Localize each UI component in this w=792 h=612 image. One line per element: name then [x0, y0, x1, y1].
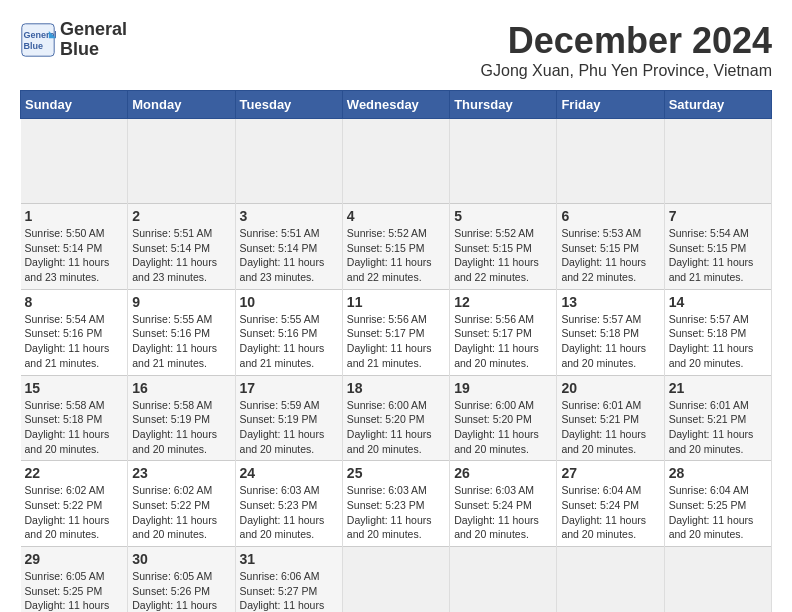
- day-number: 29: [25, 551, 124, 567]
- day-info: Sunrise: 6:06 AMSunset: 5:27 PMDaylight:…: [240, 569, 338, 612]
- day-number: 3: [240, 208, 338, 224]
- day-info: Sunrise: 6:03 AMSunset: 5:23 PMDaylight:…: [240, 483, 338, 542]
- day-number: 17: [240, 380, 338, 396]
- day-cell: [21, 119, 128, 204]
- day-number: 9: [132, 294, 230, 310]
- day-info: Sunrise: 5:58 AMSunset: 5:19 PMDaylight:…: [132, 398, 230, 457]
- day-cell: [342, 119, 449, 204]
- week-row-4: 22Sunrise: 6:02 AMSunset: 5:22 PMDayligh…: [21, 461, 772, 547]
- day-number: 23: [132, 465, 230, 481]
- day-cell: 5Sunrise: 5:52 AMSunset: 5:15 PMDaylight…: [450, 204, 557, 290]
- day-cell: 11Sunrise: 5:56 AMSunset: 5:17 PMDayligh…: [342, 289, 449, 375]
- day-info: Sunrise: 6:04 AMSunset: 5:25 PMDaylight:…: [669, 483, 767, 542]
- day-info: Sunrise: 5:57 AMSunset: 5:18 PMDaylight:…: [561, 312, 659, 371]
- logo-text: General Blue: [60, 20, 127, 60]
- day-number: 16: [132, 380, 230, 396]
- day-cell: 26Sunrise: 6:03 AMSunset: 5:24 PMDayligh…: [450, 461, 557, 547]
- day-info: Sunrise: 5:53 AMSunset: 5:15 PMDaylight:…: [561, 226, 659, 285]
- day-cell: 2Sunrise: 5:51 AMSunset: 5:14 PMDaylight…: [128, 204, 235, 290]
- day-cell: [128, 119, 235, 204]
- day-cell: 18Sunrise: 6:00 AMSunset: 5:20 PMDayligh…: [342, 375, 449, 461]
- day-info: Sunrise: 6:01 AMSunset: 5:21 PMDaylight:…: [669, 398, 767, 457]
- day-info: Sunrise: 5:54 AMSunset: 5:16 PMDaylight:…: [25, 312, 124, 371]
- calendar-table: SundayMondayTuesdayWednesdayThursdayFrid…: [20, 90, 772, 612]
- week-row-3: 15Sunrise: 5:58 AMSunset: 5:18 PMDayligh…: [21, 375, 772, 461]
- day-cell: 22Sunrise: 6:02 AMSunset: 5:22 PMDayligh…: [21, 461, 128, 547]
- day-number: 11: [347, 294, 445, 310]
- day-cell: 21Sunrise: 6:01 AMSunset: 5:21 PMDayligh…: [664, 375, 771, 461]
- day-info: Sunrise: 6:04 AMSunset: 5:24 PMDaylight:…: [561, 483, 659, 542]
- day-info: Sunrise: 5:51 AMSunset: 5:14 PMDaylight:…: [132, 226, 230, 285]
- day-header-tuesday: Tuesday: [235, 91, 342, 119]
- day-cell: 1Sunrise: 5:50 AMSunset: 5:14 PMDaylight…: [21, 204, 128, 290]
- day-cell: 13Sunrise: 5:57 AMSunset: 5:18 PMDayligh…: [557, 289, 664, 375]
- day-header-saturday: Saturday: [664, 91, 771, 119]
- day-info: Sunrise: 5:59 AMSunset: 5:19 PMDaylight:…: [240, 398, 338, 457]
- day-info: Sunrise: 6:05 AMSunset: 5:26 PMDaylight:…: [132, 569, 230, 612]
- title-section: December 2024 GJong Xuan, Phu Yen Provin…: [481, 20, 772, 80]
- day-number: 1: [25, 208, 124, 224]
- day-info: Sunrise: 5:50 AMSunset: 5:14 PMDaylight:…: [25, 226, 124, 285]
- day-cell: 7Sunrise: 5:54 AMSunset: 5:15 PMDaylight…: [664, 204, 771, 290]
- day-number: 2: [132, 208, 230, 224]
- day-cell: 6Sunrise: 5:53 AMSunset: 5:15 PMDaylight…: [557, 204, 664, 290]
- day-info: Sunrise: 6:03 AMSunset: 5:24 PMDaylight:…: [454, 483, 552, 542]
- day-cell: [664, 547, 771, 613]
- day-cell: [557, 547, 664, 613]
- day-cell: 8Sunrise: 5:54 AMSunset: 5:16 PMDaylight…: [21, 289, 128, 375]
- day-number: 7: [669, 208, 767, 224]
- day-cell: 25Sunrise: 6:03 AMSunset: 5:23 PMDayligh…: [342, 461, 449, 547]
- day-info: Sunrise: 5:52 AMSunset: 5:15 PMDaylight:…: [347, 226, 445, 285]
- day-cell: 24Sunrise: 6:03 AMSunset: 5:23 PMDayligh…: [235, 461, 342, 547]
- day-number: 13: [561, 294, 659, 310]
- location-title: GJong Xuan, Phu Yen Province, Vietnam: [481, 62, 772, 80]
- day-number: 15: [25, 380, 124, 396]
- day-info: Sunrise: 5:54 AMSunset: 5:15 PMDaylight:…: [669, 226, 767, 285]
- days-header-row: SundayMondayTuesdayWednesdayThursdayFrid…: [21, 91, 772, 119]
- day-cell: [450, 119, 557, 204]
- month-title: December 2024: [481, 20, 772, 62]
- week-row-2: 8Sunrise: 5:54 AMSunset: 5:16 PMDaylight…: [21, 289, 772, 375]
- day-number: 12: [454, 294, 552, 310]
- day-info: Sunrise: 6:02 AMSunset: 5:22 PMDaylight:…: [25, 483, 124, 542]
- day-cell: 14Sunrise: 5:57 AMSunset: 5:18 PMDayligh…: [664, 289, 771, 375]
- day-cell: 16Sunrise: 5:58 AMSunset: 5:19 PMDayligh…: [128, 375, 235, 461]
- day-cell: 28Sunrise: 6:04 AMSunset: 5:25 PMDayligh…: [664, 461, 771, 547]
- day-number: 27: [561, 465, 659, 481]
- day-info: Sunrise: 5:58 AMSunset: 5:18 PMDaylight:…: [25, 398, 124, 457]
- day-info: Sunrise: 6:00 AMSunset: 5:20 PMDaylight:…: [454, 398, 552, 457]
- day-info: Sunrise: 5:56 AMSunset: 5:17 PMDaylight:…: [454, 312, 552, 371]
- day-info: Sunrise: 6:03 AMSunset: 5:23 PMDaylight:…: [347, 483, 445, 542]
- day-info: Sunrise: 6:05 AMSunset: 5:25 PMDaylight:…: [25, 569, 124, 612]
- day-info: Sunrise: 5:55 AMSunset: 5:16 PMDaylight:…: [132, 312, 230, 371]
- day-cell: 12Sunrise: 5:56 AMSunset: 5:17 PMDayligh…: [450, 289, 557, 375]
- logo: General Blue General Blue: [20, 20, 127, 60]
- day-cell: 20Sunrise: 6:01 AMSunset: 5:21 PMDayligh…: [557, 375, 664, 461]
- day-number: 8: [25, 294, 124, 310]
- day-header-sunday: Sunday: [21, 91, 128, 119]
- day-cell: [557, 119, 664, 204]
- day-cell: 4Sunrise: 5:52 AMSunset: 5:15 PMDaylight…: [342, 204, 449, 290]
- day-number: 31: [240, 551, 338, 567]
- day-cell: 27Sunrise: 6:04 AMSunset: 5:24 PMDayligh…: [557, 461, 664, 547]
- day-cell: 17Sunrise: 5:59 AMSunset: 5:19 PMDayligh…: [235, 375, 342, 461]
- day-number: 19: [454, 380, 552, 396]
- day-number: 26: [454, 465, 552, 481]
- day-cell: 3Sunrise: 5:51 AMSunset: 5:14 PMDaylight…: [235, 204, 342, 290]
- day-number: 4: [347, 208, 445, 224]
- day-number: 21: [669, 380, 767, 396]
- day-number: 14: [669, 294, 767, 310]
- day-header-wednesday: Wednesday: [342, 91, 449, 119]
- day-cell: [450, 547, 557, 613]
- day-cell: [342, 547, 449, 613]
- day-header-friday: Friday: [557, 91, 664, 119]
- svg-text:Blue: Blue: [24, 41, 44, 51]
- day-header-monday: Monday: [128, 91, 235, 119]
- week-row-0: [21, 119, 772, 204]
- day-cell: 29Sunrise: 6:05 AMSunset: 5:25 PMDayligh…: [21, 547, 128, 613]
- day-info: Sunrise: 5:56 AMSunset: 5:17 PMDaylight:…: [347, 312, 445, 371]
- day-cell: 10Sunrise: 5:55 AMSunset: 5:16 PMDayligh…: [235, 289, 342, 375]
- day-number: 10: [240, 294, 338, 310]
- week-row-1: 1Sunrise: 5:50 AMSunset: 5:14 PMDaylight…: [21, 204, 772, 290]
- day-number: 5: [454, 208, 552, 224]
